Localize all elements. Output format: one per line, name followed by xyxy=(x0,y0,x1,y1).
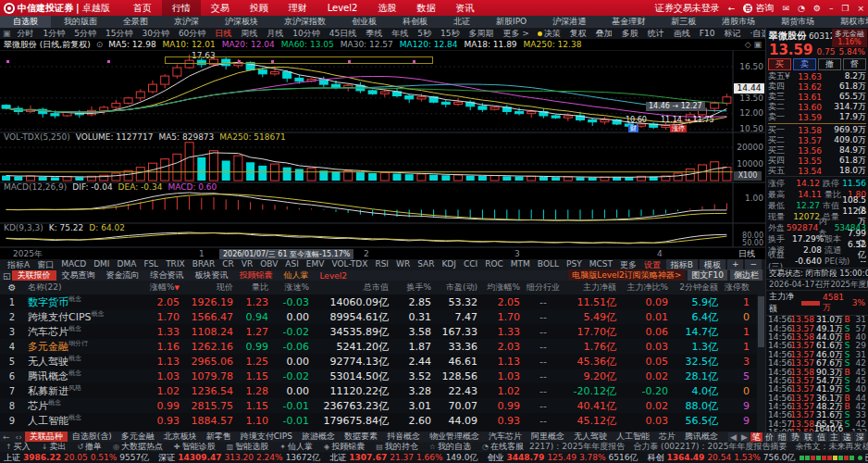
trade-button[interactable]: 卖 xyxy=(793,58,816,70)
indicator-tab[interactable]: BOLL xyxy=(534,259,563,271)
menu-item[interactable]: 投顾 xyxy=(240,0,279,16)
market-nav-item[interactable]: 新三板 xyxy=(658,16,709,28)
stock-name[interactable]: 翠微股份 xyxy=(769,31,806,41)
bid-row[interactable]: 买五13.5418.0万 xyxy=(768,166,866,176)
sector-tab[interactable]: 北京板块 xyxy=(159,432,202,442)
chart-tool-button[interactable]: 标记 xyxy=(720,28,744,40)
period-tab[interactable]: 月线 xyxy=(262,28,288,40)
menu-item[interactable]: Level2 xyxy=(317,0,368,16)
tick-tab[interactable]: 递 xyxy=(841,432,853,442)
tick-tab[interactable]: 笔 xyxy=(750,432,763,442)
market-nav-item[interactable]: 我的版面 xyxy=(51,16,110,28)
chart-corner-icons[interactable]: ◇ ▣ xyxy=(745,40,762,49)
market-nav-item[interactable]: 科创板 xyxy=(390,16,440,28)
indicator-tab[interactable]: RSI xyxy=(371,259,392,271)
sector-tab[interactable]: 跨境支付CIPS xyxy=(236,432,297,442)
sector-tab[interactable]: 关联品种 xyxy=(25,432,68,442)
period-tab[interactable]: 60分钟 xyxy=(174,28,210,40)
table-row[interactable]: 8 芯片概念 0.99 2815.75 1.15 -0.01 236763.23… xyxy=(0,398,765,413)
function-tab[interactable]: 仙人掌 xyxy=(279,270,315,281)
market-nav-item[interactable]: 自选股 xyxy=(0,16,51,28)
quick-action[interactable]: ↑买入 xyxy=(0,442,36,452)
tick-tab[interactable]: 值 xyxy=(815,432,827,442)
tick-tab[interactable]: 价 xyxy=(763,432,775,442)
table-row[interactable]: 2 跨境支付CIPS概念 1.70 1566.47 0.94 0.00 8995… xyxy=(0,309,765,324)
period-tab[interactable]: 多周期 xyxy=(464,28,498,40)
period-tab[interactable]: 15分钟 xyxy=(101,28,137,40)
sector-tab[interactable]: 多元金融 xyxy=(117,432,159,442)
table-row[interactable]: 7 私募新进风格 1.02 1236.54 1.28 0.00 11120.22… xyxy=(0,383,765,398)
chart-area[interactable]: 17.63 14.46 → 12.27 10.60 11.14 → 11.75 … xyxy=(0,50,765,259)
function-tab[interactable]: 综合资讯 xyxy=(145,270,190,281)
trade-button[interactable]: 督 xyxy=(843,58,866,70)
period-tab[interactable]: 5秒 xyxy=(413,28,436,40)
table-row[interactable]: 6 腾讯概念概念 1.03 1079.78 1.15 -0.02 53014.5… xyxy=(0,369,765,383)
window-icon[interactable]: ◱ xyxy=(3,271,11,281)
period-tab[interactable]: 45日线 xyxy=(325,28,361,40)
scroll-left-icon[interactable]: ← xyxy=(0,432,13,442)
market-nav-item[interactable]: 新股IPO xyxy=(483,16,539,28)
menu-item[interactable]: 选股 xyxy=(367,0,406,16)
trade-button[interactable]: 买 xyxy=(768,58,791,70)
menu-item[interactable]: 理财 xyxy=(279,0,317,16)
news-ticker[interactable]: 2217)：2025年年度报告 合力泰 (002217)：2025年年度报告摘要… xyxy=(529,442,868,452)
sector-tab[interactable]: 阿里概念 xyxy=(527,432,569,442)
function-tab[interactable]: 投顾锦囊 xyxy=(234,270,279,281)
corporate-notice[interactable]: 2026-04-17召开2025年度股东会 xyxy=(766,279,868,290)
index-quote[interactable]: 北证 1307.67 21.37 1.66% 149.0亿 xyxy=(329,452,477,463)
chart-tool-button[interactable]: 多股 xyxy=(618,28,642,40)
table-row[interactable]: 1 数字货币概念 2.05 1926.19 1.23 -0.03 14060.0… xyxy=(0,294,765,309)
chart-tool-button[interactable]: 叠加 xyxy=(592,28,616,40)
drawn-rectangle[interactable] xyxy=(165,56,433,64)
indicator-gear-icon[interactable]: ⊙ xyxy=(96,40,104,49)
table-row[interactable]: 5 无人驾驶概念 1.13 2965.06 1.25 0.00 92774.13… xyxy=(0,354,765,369)
sector-tab[interactable]: 汽车芯片 xyxy=(484,432,527,442)
tick-tab[interactable]: 主 xyxy=(828,432,840,442)
period-tab[interactable]: 30分钟 xyxy=(137,28,173,40)
tick-tab[interactable]: 联 xyxy=(802,432,814,442)
menu-item[interactable]: 行情 xyxy=(162,0,201,16)
sector-tab[interactable]: 人工智能 xyxy=(612,432,654,442)
chart-tool-button[interactable]: 复权 xyxy=(566,28,590,40)
tick-tab[interactable]: 势 xyxy=(789,432,801,442)
index-quote[interactable]: 上证 3986.22 20.05 0.51% 9557亿 xyxy=(4,452,149,463)
period-tab[interactable]: 日线 xyxy=(210,28,236,40)
chart-tool-button[interactable]: 决策 xyxy=(534,28,564,40)
sector-tab[interactable]: 芯片 xyxy=(654,432,680,442)
quick-action[interactable]: ◔在线客服 xyxy=(477,442,529,452)
indicator-tab[interactable]: WR xyxy=(392,259,414,271)
indicator-tab[interactable]: SAR xyxy=(414,259,438,271)
market-nav-item[interactable]: 期权市场 xyxy=(827,16,868,28)
page-prev-icon[interactable]: ◀ xyxy=(728,432,738,442)
period-tab[interactable]: 15秒 xyxy=(436,28,464,40)
tick-tab[interactable]: 深 xyxy=(854,432,866,442)
indicator-tab[interactable]: CCI xyxy=(460,259,481,271)
layout-icon[interactable]: ▣ xyxy=(3,29,11,38)
sector-tab[interactable]: 旅游概念 xyxy=(297,432,340,442)
trade-button[interactable]: 撤 xyxy=(818,58,841,70)
sector-tab[interactable]: 腾讯概念 xyxy=(680,432,723,442)
page-next-icon[interactable]: ▶ xyxy=(739,432,750,442)
menu-item[interactable]: 资讯 xyxy=(445,0,484,16)
table-scrollbar[interactable] xyxy=(757,294,765,432)
sector-tab[interactable]: 物业管理概念 xyxy=(425,432,484,442)
quick-action[interactable]: ✚智能诊股 xyxy=(168,442,221,452)
market-nav-item[interactable]: 京沪深 xyxy=(161,16,212,28)
table-row[interactable]: 4 多元金融细分行 1.16 1262.16 0.99 -0.06 5241.2… xyxy=(0,339,765,354)
period-tab[interactable]: 周线 xyxy=(236,28,262,40)
quick-action[interactable]: ◎大数据热点 xyxy=(107,442,168,452)
quick-action[interactable]: ▤我的持仓 xyxy=(370,442,424,452)
login-status[interactable]: 证券交易未登录 xyxy=(655,2,720,15)
quick-action[interactable]: ☆我的自选 xyxy=(424,442,477,452)
ask-row[interactable]: 卖一13.5917.9万 xyxy=(768,112,866,122)
index-quote[interactable]: 科创 1364.49 20.54 1.53% 756.0亿 xyxy=(647,452,795,463)
settings-gear-icon[interactable]: ⚙ xyxy=(813,4,821,13)
table-settings-gear-icon[interactable]: ⚙ xyxy=(0,282,24,293)
back-icon[interactable]: ← xyxy=(728,4,736,13)
market-nav-item[interactable]: 港股市场 xyxy=(709,16,768,28)
sector-tab[interactable]: 抖音概念 xyxy=(382,432,425,442)
market-nav-item[interactable]: 沪深板块 xyxy=(212,16,271,28)
quick-action[interactable]: ↺撤单 xyxy=(71,442,107,452)
index-quote[interactable]: 深证 14309.47 313.20 2.24% 13672亿 xyxy=(158,452,320,463)
market-nav-item[interactable]: 基金理财 xyxy=(599,16,658,28)
